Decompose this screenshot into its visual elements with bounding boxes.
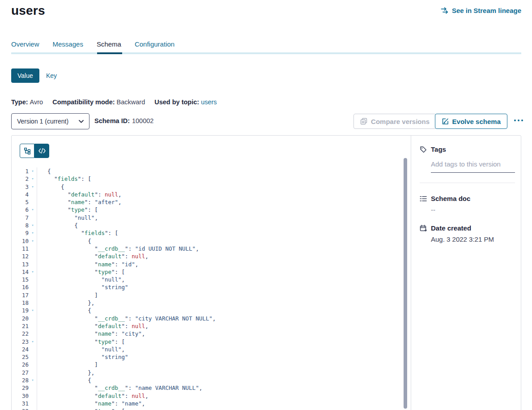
fold-toggle-icon[interactable]: ▾ [29, 376, 37, 384]
code-text: "type": [ [37, 338, 411, 346]
code-line: 4 "default": null, [12, 191, 411, 198]
add-tags-input[interactable] [431, 158, 515, 173]
fold-toggle-icon[interactable]: ▾ [29, 167, 37, 175]
schema-doc-section-header: Schema doc [420, 195, 514, 202]
line-number: 28 [12, 376, 29, 384]
line-number: 4 [12, 191, 29, 198]
fold-toggle-icon[interactable]: ▾ [29, 237, 37, 245]
fold-spacer [29, 276, 37, 283]
type-meta: Type:Avro [11, 98, 43, 106]
more-options-button[interactable] [512, 118, 525, 123]
code-line: 30 "default": null, [12, 392, 411, 400]
compare-versions-label: Compare versions [371, 118, 430, 125]
list-icon [420, 195, 427, 202]
code-line: 24 "null", [12, 346, 411, 353]
date-created-section-header: Date created [420, 224, 514, 232]
tab-underline-track [11, 52, 521, 54]
page-title: users [11, 4, 45, 18]
line-number: 16 [12, 283, 29, 291]
code-text: "__crdb__": "name VARCHAR NULL", [37, 384, 411, 392]
code-line: 8▾ { [12, 222, 411, 229]
code-line: 2▾ "fields": [ [12, 175, 411, 183]
fold-spacer [29, 261, 37, 268]
compare-versions-button[interactable]: Compare versions [353, 114, 436, 129]
fold-spacer [29, 369, 37, 376]
code-line: 18 }, [12, 299, 411, 307]
fold-spacer [29, 214, 37, 222]
topic-label: Used by topic: [154, 98, 199, 106]
tree-view-button[interactable] [20, 144, 34, 158]
fold-toggle-icon[interactable]: ▾ [29, 268, 37, 276]
topic-link[interactable]: users [201, 98, 217, 106]
fold-toggle-icon[interactable]: ▾ [29, 338, 37, 346]
evolve-schema-button[interactable]: Evolve schema [435, 114, 507, 129]
code-text: "string" [37, 283, 411, 291]
code-text: "__crdb__": "city VARCHAR NOT NULL", [37, 315, 411, 322]
schema-sidebar: Tags Schema doc -- Date created [412, 136, 521, 410]
line-number: 15 [12, 276, 29, 283]
code-text: "default": null, [37, 322, 411, 330]
fold-toggle-icon[interactable]: ▾ [29, 206, 37, 214]
schema-id-label: Schema ID: [94, 117, 130, 124]
date-created-value: Aug. 3 2022 3:21 PM [431, 235, 514, 243]
code-view-button[interactable] [34, 144, 49, 158]
fold-spacer [29, 245, 37, 252]
code-text: "default": null, [37, 392, 411, 400]
fold-toggle-icon[interactable]: ▾ [29, 229, 37, 237]
code-lines: 1▾{2▾ "fields": [3▾ {4 "default": null,5… [12, 167, 411, 410]
fold-toggle-icon[interactable]: ▾ [29, 407, 37, 410]
line-number: 6 [12, 206, 29, 214]
code-text: ] [37, 291, 411, 299]
code-text: "name": "name", [37, 400, 411, 407]
schema-doc-value: -- [431, 206, 514, 214]
fold-toggle-icon[interactable]: ▾ [29, 307, 37, 314]
fold-spacer [29, 392, 37, 400]
tab-configuration[interactable]: Configuration [135, 40, 174, 48]
line-number: 18 [12, 299, 29, 307]
code-line: 15 "null", [12, 276, 411, 283]
vertical-scrollbar[interactable] [404, 158, 407, 409]
code-line: 23▾ "type": [ [12, 338, 411, 346]
line-number: 25 [12, 353, 29, 361]
tab-messages[interactable]: Messages [53, 40, 83, 48]
line-number: 17 [12, 291, 29, 299]
key-toggle-link[interactable]: Key [46, 72, 57, 79]
code-line: 10▾ { [12, 237, 411, 245]
fold-spacer [29, 384, 37, 392]
chevron-down-icon [79, 120, 84, 123]
code-view-icon [38, 148, 46, 154]
schema-panel: 1▾{2▾ "fields": [3▾ {4 "default": null,5… [11, 135, 521, 410]
fold-spacer [29, 291, 37, 299]
tab-schema[interactable]: Schema [97, 40, 121, 48]
tags-heading: Tags [431, 145, 446, 153]
fold-spacer [29, 198, 37, 206]
code-line: 22 "name": "city", [12, 330, 411, 337]
line-number: 30 [12, 392, 29, 400]
fold-toggle-icon[interactable]: ▾ [29, 175, 37, 183]
line-number: 1 [12, 167, 29, 175]
line-number: 20 [12, 315, 29, 322]
line-number: 5 [12, 198, 29, 206]
fold-spacer [29, 252, 37, 260]
code-line: 29 "__crdb__": "name VARCHAR NULL", [12, 384, 411, 392]
lineage-link-label: See in Stream lineage [452, 7, 521, 14]
code-line: 21 "default": null, [12, 322, 411, 330]
code-line: 28▾ { [12, 376, 411, 384]
version-bar: Version 1 (current) Schema ID:100002 Com… [11, 113, 521, 129]
code-text: { [37, 237, 411, 245]
fold-toggle-icon[interactable]: ▾ [29, 183, 37, 191]
calendar-plus-icon [420, 225, 427, 232]
line-number: 13 [12, 261, 29, 268]
code-text: "name": "city", [37, 330, 411, 337]
fold-toggle-icon[interactable]: ▾ [29, 222, 37, 229]
fold-spacer [29, 191, 37, 198]
schema-page: users See in Stream lineage Overview Mes… [0, 0, 532, 410]
value-toggle-button[interactable]: Value [11, 68, 39, 83]
tab-overview[interactable]: Overview [11, 40, 39, 48]
version-select[interactable]: Version 1 (current) [11, 113, 89, 129]
line-number: 27 [12, 369, 29, 376]
type-value: Avro [30, 98, 43, 106]
line-number: 3 [12, 183, 29, 191]
see-in-stream-lineage-link[interactable]: See in Stream lineage [441, 7, 521, 14]
compat-meta: Compatibility mode:Backward [52, 98, 145, 106]
